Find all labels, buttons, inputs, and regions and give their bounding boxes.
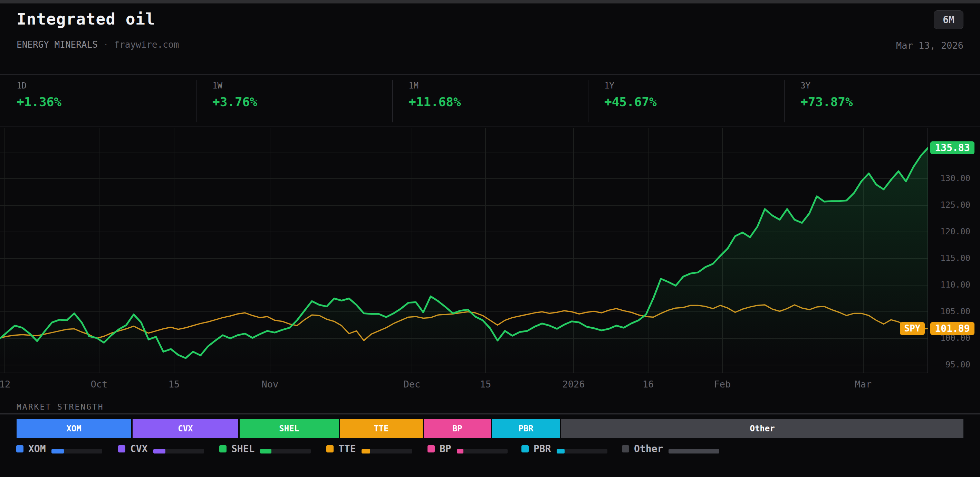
stat-label: 1M xyxy=(409,81,418,91)
legend-item-bp[interactable]: BP xyxy=(428,442,508,456)
header-date: Mar 13, 2026 xyxy=(896,40,963,51)
strength-minibar-fill xyxy=(153,449,165,453)
strength-minibar xyxy=(557,449,608,453)
x-axis-tick: 15 xyxy=(480,379,492,389)
legend-label: PBR xyxy=(533,443,551,455)
y-axis-tick: 130.00 xyxy=(932,174,970,183)
strength-minibar xyxy=(668,449,719,453)
strength-segment-shel[interactable]: SHEL xyxy=(240,419,339,438)
legend-label: XOM xyxy=(28,443,46,455)
spy-last-price-badge: 101.89 xyxy=(930,322,974,335)
stat-cell-1m: 1M +11.68% xyxy=(392,75,588,126)
source-link[interactable]: fraywire.com xyxy=(114,40,179,50)
strength-segment-bp[interactable]: BP xyxy=(424,419,491,438)
legend-label: Other xyxy=(634,443,663,455)
stat-value: +3.76% xyxy=(212,95,257,109)
strength-minibar xyxy=(361,449,412,453)
strength-segment-other[interactable]: Other xyxy=(561,419,963,438)
divider xyxy=(0,126,980,126)
divider xyxy=(392,80,393,122)
price-chart[interactable] xyxy=(0,128,928,373)
y-axis-tick: 125.00 xyxy=(932,200,970,210)
x-axis-tick: Mar xyxy=(855,379,872,389)
y-axis-tick: 110.00 xyxy=(932,280,970,290)
strength-minibar-fill xyxy=(557,449,565,453)
segment-label: TTE xyxy=(374,424,388,434)
legend-swatch-icon xyxy=(16,445,24,453)
strength-segment-cvx[interactable]: CVX xyxy=(133,419,238,438)
stat-label: 3Y xyxy=(800,81,810,91)
stat-value: +11.68% xyxy=(409,95,461,109)
strength-minibar xyxy=(51,449,102,453)
segment-label: Other xyxy=(750,424,775,434)
segment-label: BP xyxy=(452,424,462,434)
x-axis-tick: 2026 xyxy=(562,379,585,389)
legend-label: TTE xyxy=(339,443,356,455)
x-axis-tick: 15 xyxy=(169,379,180,389)
segment-label: XOM xyxy=(66,424,81,434)
divider xyxy=(0,413,980,415)
strength-minibar-fill xyxy=(361,449,370,453)
range-selector-badge[interactable]: 6M xyxy=(934,10,963,29)
stat-value: +73.87% xyxy=(800,95,853,109)
x-axis-tick: Oct xyxy=(91,379,108,389)
legend-item-shel[interactable]: SHEL xyxy=(219,442,311,456)
legend-item-pbr[interactable]: PBR xyxy=(522,442,608,456)
x-axis-tick: 16 xyxy=(643,379,654,389)
y-axis-tick: 115.00 xyxy=(932,254,970,263)
stat-cell-1w: 1W +3.76% xyxy=(196,75,391,126)
legend-item-cvx[interactable]: CVX xyxy=(118,442,204,456)
legend-item-xom[interactable]: XOM xyxy=(16,442,102,456)
stat-label: 1Y xyxy=(604,81,614,91)
sector-area-fill xyxy=(0,148,928,373)
strength-minibar-fill xyxy=(260,449,271,453)
legend-swatch-icon xyxy=(622,445,629,453)
y-axis-tick: 95.00 xyxy=(932,360,970,370)
y-axis-tick: 120.00 xyxy=(932,227,970,236)
strength-segment-tte[interactable]: TTE xyxy=(340,419,423,438)
legend-item-other[interactable]: Other xyxy=(622,442,719,456)
legend-label: CVX xyxy=(130,443,148,455)
legend-swatch-icon xyxy=(219,445,226,453)
x-axis-tick: Dec xyxy=(404,379,421,389)
legend-swatch-icon xyxy=(428,445,435,453)
divider xyxy=(784,80,784,122)
strength-minibar xyxy=(457,449,508,453)
x-axis-tick: Feb xyxy=(714,379,731,389)
market-strength-label: MARKET STRENGTH xyxy=(17,402,104,411)
legend-swatch-icon xyxy=(326,445,334,453)
stat-label: 1W xyxy=(212,81,223,91)
performance-stats-row: 1D +1.36% 1W +3.76% 1M +11.68% 1Y +45.67… xyxy=(0,75,980,126)
x-axis-tick: Nov xyxy=(262,379,278,389)
segment-label: PBR xyxy=(518,424,533,434)
subtitle: ENERGY MINERALS·fraywire.com xyxy=(17,40,179,50)
stat-cell-1d: 1D +1.36% xyxy=(0,75,196,126)
divider xyxy=(588,80,589,122)
market-strength-bar: XOMCVXSHELTTEBPPBROther xyxy=(17,419,963,438)
strength-minibar-fill xyxy=(51,449,64,453)
page-title: Integrated oil xyxy=(17,10,155,28)
sector-label: ENERGY MINERALS xyxy=(17,40,98,50)
legend-item-tte[interactable]: TTE xyxy=(326,442,412,456)
legend-label: BP xyxy=(439,443,451,455)
divider xyxy=(196,80,196,122)
line-chart-canvas[interactable] xyxy=(0,128,928,373)
strength-minibar xyxy=(153,449,204,453)
segment-label: SHEL xyxy=(279,424,299,434)
top-strip xyxy=(0,0,980,3)
stat-cell-1y: 1Y +45.67% xyxy=(588,75,784,126)
strength-segment-pbr[interactable]: PBR xyxy=(492,419,560,438)
segment-label: CVX xyxy=(178,424,192,434)
stat-value: +45.67% xyxy=(604,95,657,109)
legend-swatch-icon xyxy=(522,445,529,453)
strength-minibar-fill xyxy=(457,449,463,453)
y-axis-tick: 105.00 xyxy=(932,306,970,316)
strength-segment-xom[interactable]: XOM xyxy=(17,419,131,438)
legend-label: SHEL xyxy=(231,443,255,455)
stat-cell-3y: 3Y +73.87% xyxy=(784,75,980,126)
spy-series-badge: SPY xyxy=(900,322,925,335)
stat-label: 1D xyxy=(17,81,27,91)
strength-minibar-fill xyxy=(668,449,719,453)
x-axis-tick: 12 xyxy=(0,379,10,389)
stat-value: +1.36% xyxy=(17,95,62,109)
